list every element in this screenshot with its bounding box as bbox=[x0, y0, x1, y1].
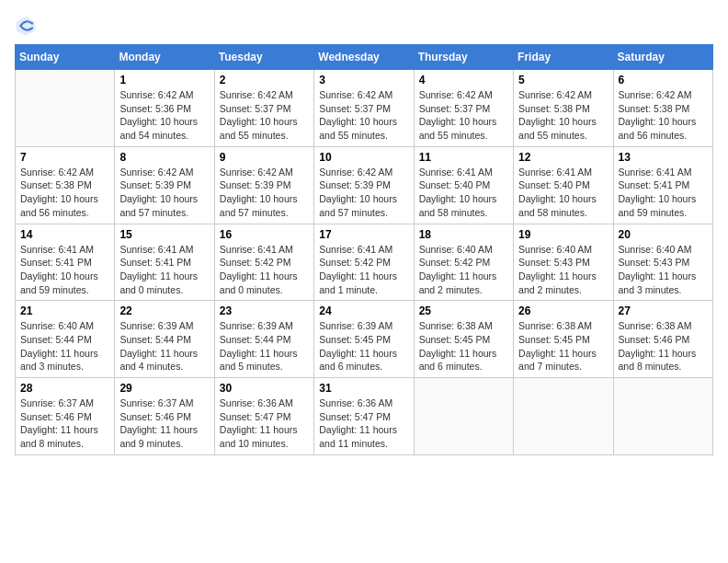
cell-date-number: 8 bbox=[119, 151, 209, 164]
calendar-cell: 15Sunrise: 6:41 AMSunset: 5:41 PMDayligh… bbox=[115, 224, 214, 301]
calendar-day-header: Saturday bbox=[613, 45, 712, 70]
cell-info-text: Sunrise: 6:41 AMSunset: 5:41 PMDaylight:… bbox=[119, 243, 209, 297]
cell-info-text: Sunrise: 6:41 AMSunset: 5:42 PMDaylight:… bbox=[220, 243, 309, 297]
calendar-cell: 19Sunrise: 6:40 AMSunset: 5:43 PMDayligh… bbox=[514, 224, 613, 301]
calendar-day-header: Friday bbox=[514, 45, 613, 70]
cell-info-text: Sunrise: 6:41 AMSunset: 5:42 PMDaylight:… bbox=[319, 243, 408, 297]
calendar-week-row: 14Sunrise: 6:41 AMSunset: 5:41 PMDayligh… bbox=[16, 224, 713, 301]
calendar-cell bbox=[16, 70, 115, 147]
calendar-cell: 3Sunrise: 6:42 AMSunset: 5:37 PMDaylight… bbox=[314, 70, 414, 147]
cell-date-number: 19 bbox=[518, 228, 608, 241]
cell-date-number: 28 bbox=[20, 382, 109, 395]
cell-date-number: 31 bbox=[319, 382, 408, 395]
calendar-cell: 29Sunrise: 6:37 AMSunset: 5:46 PMDayligh… bbox=[115, 378, 214, 455]
calendar-cell: 23Sunrise: 6:39 AMSunset: 5:44 PMDayligh… bbox=[214, 301, 313, 378]
cell-info-text: Sunrise: 6:41 AMSunset: 5:41 PMDaylight:… bbox=[619, 166, 708, 220]
calendar-cell: 11Sunrise: 6:41 AMSunset: 5:40 PMDayligh… bbox=[414, 146, 513, 224]
cell-info-text: Sunrise: 6:36 AMSunset: 5:47 PMDaylight:… bbox=[319, 396, 408, 451]
cell-info-text: Sunrise: 6:37 AMSunset: 5:46 PMDaylight:… bbox=[119, 396, 209, 451]
calendar-week-row: 28Sunrise: 6:37 AMSunset: 5:46 PMDayligh… bbox=[16, 378, 713, 455]
svg-marker-0 bbox=[17, 17, 36, 36]
cell-info-text: Sunrise: 6:42 AMSunset: 5:38 PMDaylight:… bbox=[20, 166, 109, 220]
calendar-cell: 17Sunrise: 6:41 AMSunset: 5:42 PMDayligh… bbox=[314, 224, 414, 301]
calendar-cell: 8Sunrise: 6:42 AMSunset: 5:39 PMDaylight… bbox=[115, 146, 214, 224]
calendar-day-header: Monday bbox=[115, 45, 214, 70]
calendar-body: 1Sunrise: 6:42 AMSunset: 5:36 PMDaylight… bbox=[16, 70, 713, 455]
calendar-cell: 21Sunrise: 6:40 AMSunset: 5:44 PMDayligh… bbox=[16, 301, 115, 378]
calendar-cell: 1Sunrise: 6:42 AMSunset: 5:36 PMDaylight… bbox=[115, 70, 214, 147]
calendar-cell bbox=[414, 378, 513, 455]
cell-date-number: 20 bbox=[619, 228, 708, 241]
cell-info-text: Sunrise: 6:39 AMSunset: 5:44 PMDaylight:… bbox=[119, 319, 209, 373]
cell-date-number: 14 bbox=[20, 228, 109, 241]
cell-date-number: 16 bbox=[220, 228, 309, 241]
cell-date-number: 2 bbox=[220, 74, 309, 86]
cell-info-text: Sunrise: 6:42 AMSunset: 5:38 PMDaylight:… bbox=[619, 88, 708, 143]
calendar-week-row: 1Sunrise: 6:42 AMSunset: 5:36 PMDaylight… bbox=[16, 70, 713, 147]
calendar-cell: 31Sunrise: 6:36 AMSunset: 5:47 PMDayligh… bbox=[314, 378, 414, 455]
cell-info-text: Sunrise: 6:42 AMSunset: 5:39 PMDaylight:… bbox=[119, 166, 209, 220]
cell-info-text: Sunrise: 6:40 AMSunset: 5:44 PMDaylight:… bbox=[20, 319, 109, 373]
calendar-cell: 28Sunrise: 6:37 AMSunset: 5:46 PMDayligh… bbox=[16, 378, 115, 455]
cell-info-text: Sunrise: 6:42 AMSunset: 5:38 PMDaylight:… bbox=[518, 88, 608, 143]
calendar-cell: 10Sunrise: 6:42 AMSunset: 5:39 PMDayligh… bbox=[314, 146, 414, 224]
cell-date-number: 1 bbox=[119, 74, 209, 86]
calendar-cell: 26Sunrise: 6:38 AMSunset: 5:45 PMDayligh… bbox=[514, 301, 613, 378]
cell-date-number: 6 bbox=[619, 74, 708, 86]
cell-date-number: 21 bbox=[20, 304, 109, 317]
calendar-cell: 9Sunrise: 6:42 AMSunset: 5:39 PMDaylight… bbox=[214, 146, 313, 224]
cell-date-number: 30 bbox=[220, 382, 309, 395]
cell-date-number: 29 bbox=[119, 382, 209, 395]
cell-date-number: 17 bbox=[319, 228, 408, 241]
cell-info-text: Sunrise: 6:41 AMSunset: 5:40 PMDaylight:… bbox=[419, 166, 508, 220]
cell-info-text: Sunrise: 6:38 AMSunset: 5:45 PMDaylight:… bbox=[419, 319, 508, 373]
cell-info-text: Sunrise: 6:42 AMSunset: 5:37 PMDaylight:… bbox=[220, 88, 309, 143]
cell-info-text: Sunrise: 6:40 AMSunset: 5:43 PMDaylight:… bbox=[619, 243, 708, 297]
calendar-cell: 12Sunrise: 6:41 AMSunset: 5:40 PMDayligh… bbox=[514, 146, 613, 224]
cell-date-number: 3 bbox=[319, 74, 408, 86]
calendar-cell: 27Sunrise: 6:38 AMSunset: 5:46 PMDayligh… bbox=[613, 301, 712, 378]
logo bbox=[15, 15, 40, 37]
cell-info-text: Sunrise: 6:36 AMSunset: 5:47 PMDaylight:… bbox=[220, 396, 309, 451]
calendar-cell: 18Sunrise: 6:40 AMSunset: 5:42 PMDayligh… bbox=[414, 224, 513, 301]
cell-info-text: Sunrise: 6:40 AMSunset: 5:43 PMDaylight:… bbox=[518, 243, 608, 297]
cell-info-text: Sunrise: 6:42 AMSunset: 5:39 PMDaylight:… bbox=[319, 166, 408, 220]
calendar-day-header: Sunday bbox=[16, 45, 115, 70]
calendar-day-header: Thursday bbox=[414, 45, 513, 70]
calendar-cell: 2Sunrise: 6:42 AMSunset: 5:37 PMDaylight… bbox=[214, 70, 313, 147]
calendar-cell: 30Sunrise: 6:36 AMSunset: 5:47 PMDayligh… bbox=[214, 378, 313, 455]
cell-date-number: 26 bbox=[518, 304, 608, 317]
page-header bbox=[15, 15, 713, 37]
logo-icon bbox=[15, 15, 37, 37]
calendar-cell: 25Sunrise: 6:38 AMSunset: 5:45 PMDayligh… bbox=[414, 301, 513, 378]
cell-info-text: Sunrise: 6:42 AMSunset: 5:36 PMDaylight:… bbox=[119, 88, 209, 143]
calendar-cell bbox=[514, 378, 613, 455]
calendar-cell: 20Sunrise: 6:40 AMSunset: 5:43 PMDayligh… bbox=[613, 224, 712, 301]
cell-info-text: Sunrise: 6:40 AMSunset: 5:42 PMDaylight:… bbox=[419, 243, 508, 297]
calendar-cell: 4Sunrise: 6:42 AMSunset: 5:37 PMDaylight… bbox=[414, 70, 513, 147]
cell-info-text: Sunrise: 6:41 AMSunset: 5:40 PMDaylight:… bbox=[518, 166, 608, 220]
calendar-cell: 14Sunrise: 6:41 AMSunset: 5:41 PMDayligh… bbox=[16, 224, 115, 301]
calendar-cell bbox=[613, 378, 712, 455]
cell-info-text: Sunrise: 6:39 AMSunset: 5:45 PMDaylight:… bbox=[319, 319, 408, 373]
calendar-cell: 7Sunrise: 6:42 AMSunset: 5:38 PMDaylight… bbox=[16, 146, 115, 224]
cell-date-number: 10 bbox=[319, 151, 408, 164]
cell-info-text: Sunrise: 6:39 AMSunset: 5:44 PMDaylight:… bbox=[220, 319, 309, 373]
cell-date-number: 13 bbox=[619, 151, 708, 164]
cell-date-number: 24 bbox=[319, 304, 408, 317]
cell-date-number: 23 bbox=[220, 304, 309, 317]
calendar-week-row: 21Sunrise: 6:40 AMSunset: 5:44 PMDayligh… bbox=[16, 301, 713, 378]
cell-date-number: 4 bbox=[419, 74, 508, 86]
cell-info-text: Sunrise: 6:42 AMSunset: 5:37 PMDaylight:… bbox=[319, 88, 408, 143]
calendar-table: SundayMondayTuesdayWednesdayThursdayFrid… bbox=[15, 44, 713, 455]
calendar-cell: 24Sunrise: 6:39 AMSunset: 5:45 PMDayligh… bbox=[314, 301, 414, 378]
calendar-week-row: 7Sunrise: 6:42 AMSunset: 5:38 PMDaylight… bbox=[16, 146, 713, 224]
calendar-cell: 16Sunrise: 6:41 AMSunset: 5:42 PMDayligh… bbox=[214, 224, 313, 301]
cell-info-text: Sunrise: 6:37 AMSunset: 5:46 PMDaylight:… bbox=[20, 396, 109, 451]
cell-date-number: 11 bbox=[419, 151, 508, 164]
cell-date-number: 12 bbox=[518, 151, 608, 164]
cell-date-number: 18 bbox=[419, 228, 508, 241]
cell-date-number: 22 bbox=[119, 304, 209, 317]
calendar-cell: 6Sunrise: 6:42 AMSunset: 5:38 PMDaylight… bbox=[613, 70, 712, 147]
cell-date-number: 15 bbox=[119, 228, 209, 241]
